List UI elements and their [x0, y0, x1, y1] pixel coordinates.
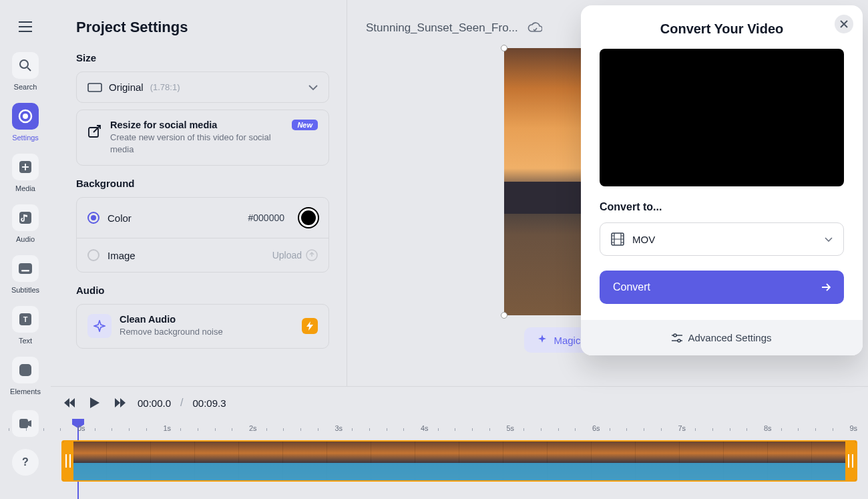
- chevron-down-icon: [825, 237, 833, 242]
- wand-icon: [536, 334, 548, 346]
- convert-label: Convert: [613, 281, 650, 293]
- svg-text:T: T: [23, 315, 28, 323]
- svg-rect-9: [19, 364, 31, 376]
- ruler-mark: 4s: [421, 424, 429, 432]
- ruler-mark: 8s: [764, 424, 772, 432]
- svg-rect-4: [19, 212, 31, 224]
- sidebar-item-label: Text: [19, 337, 32, 345]
- upload-label: Upload: [272, 250, 302, 261]
- sidebar-item-audio[interactable]: Audio: [12, 204, 39, 243]
- current-time: 00:00.0: [138, 397, 171, 409]
- background-section-label: Background: [76, 178, 329, 189]
- svg-point-2: [23, 114, 28, 119]
- film-icon: [611, 232, 624, 246]
- arrow-right-icon: [821, 283, 831, 291]
- ruler-mark: 6s: [592, 424, 600, 432]
- video-clip[interactable]: [61, 440, 857, 482]
- svg-rect-6: [21, 270, 29, 272]
- total-time: 00:09.3: [193, 397, 226, 409]
- elements-icon: [19, 364, 31, 376]
- size-value: Original: [109, 81, 144, 93]
- sidebar-item-settings[interactable]: Settings: [12, 103, 39, 142]
- rewind-button[interactable]: [61, 395, 77, 411]
- svg-rect-5: [19, 263, 32, 274]
- search-icon: [19, 59, 32, 72]
- convert-to-label: Convert to...: [600, 201, 844, 213]
- ruler-mark: 0s: [77, 424, 85, 432]
- timeline-ruler[interactable]: 0s1s2s3s4s5s6s7s8s9s: [61, 422, 857, 438]
- subtitles-icon: [19, 263, 32, 274]
- convert-modal: Convert Your Video Convert to... MOV Con…: [581, 5, 863, 355]
- sidebar-item-subtitles[interactable]: Subtitles: [11, 255, 39, 294]
- resize-handle-bl[interactable]: [501, 312, 507, 319]
- ruler-mark: 3s: [335, 424, 343, 432]
- sidebar-item-elements[interactable]: Elements: [10, 357, 41, 395]
- aspect-icon: [87, 83, 102, 92]
- resize-social-card[interactable]: Resize for social media Create new versi…: [76, 110, 329, 166]
- new-badge: New: [292, 120, 318, 130]
- ruler-mark: 2s: [249, 424, 257, 432]
- background-color-option[interactable]: Color #000000: [77, 198, 329, 238]
- resize-title: Resize for social media: [110, 120, 217, 130]
- hamburger-icon: [19, 21, 32, 32]
- ruler-mark: 9s: [849, 424, 857, 432]
- sidebar-item-record[interactable]: [12, 410, 39, 437]
- convert-button[interactable]: Convert: [600, 271, 844, 304]
- size-ratio: (1.78:1): [150, 82, 180, 92]
- close-icon: [840, 20, 848, 28]
- plus-icon: [19, 161, 31, 173]
- svg-point-17: [674, 334, 676, 337]
- cloud-icon[interactable]: [527, 22, 542, 34]
- background-radio-group: Color #000000 Image Upload: [76, 197, 329, 273]
- play-button[interactable]: [87, 395, 103, 411]
- modal-preview: [600, 49, 844, 186]
- background-image-option[interactable]: Image Upload: [77, 238, 329, 272]
- color-label: Color: [107, 212, 132, 224]
- settings-icon: [18, 109, 33, 124]
- ruler-mark: 1s: [163, 424, 171, 432]
- filename: Stunning_Sunset_Seen_Fro...: [366, 21, 518, 35]
- forward-button[interactable]: [112, 395, 128, 411]
- svg-rect-10: [19, 419, 28, 428]
- chevron-down-icon: [308, 85, 318, 90]
- settings-panel: Project Settings Size Original (1.78:1) …: [59, 0, 347, 386]
- time-separator: /: [180, 397, 183, 409]
- svg-rect-11: [88, 84, 101, 92]
- size-dropdown[interactable]: Original (1.78:1): [76, 71, 329, 103]
- clip-handle-right[interactable]: [845, 442, 856, 480]
- advanced-label: Advanced Settings: [688, 332, 771, 343]
- sidebar-item-label: Media: [15, 184, 35, 192]
- clean-audio-title: Clean Audio: [120, 314, 176, 325]
- svg-point-0: [20, 60, 28, 68]
- sidebar-item-help[interactable]: ?: [12, 449, 39, 476]
- color-hex-value: #000000: [248, 212, 284, 223]
- lightning-icon: [302, 318, 318, 334]
- menu-button[interactable]: [12, 13, 39, 40]
- sidebar-item-label: Audio: [16, 235, 35, 243]
- sidebar-item-media[interactable]: Media: [12, 154, 39, 192]
- radio-selected-icon: [87, 212, 99, 224]
- advanced-settings-button[interactable]: Advanced Settings: [581, 320, 863, 355]
- resize-handle-tl[interactable]: [501, 45, 507, 51]
- sidebar-item-label: Search: [14, 83, 37, 91]
- sidebar: Search Settings Media Audio Subtitles T …: [0, 0, 51, 499]
- timeline: 00:00.0 / 00:09.3 0s1s2s3s4s5s6s7s8s9s: [51, 386, 868, 499]
- audio-icon: [19, 212, 31, 224]
- clip-handle-left[interactable]: [63, 442, 73, 480]
- help-icon: ?: [22, 456, 29, 468]
- sidebar-item-label: Subtitles: [11, 286, 39, 294]
- color-swatch[interactable]: [299, 208, 318, 227]
- sidebar-item-text[interactable]: T Text: [12, 306, 39, 345]
- resize-subtitle: Create new version of this video for soc…: [110, 132, 284, 156]
- sidebar-item-search[interactable]: Search: [12, 52, 39, 91]
- sliders-icon: [672, 333, 682, 343]
- clean-audio-card[interactable]: Clean Audio Remove background noise: [76, 304, 329, 348]
- size-section-label: Size: [76, 52, 329, 63]
- format-select[interactable]: MOV: [600, 222, 844, 256]
- close-button[interactable]: [835, 15, 853, 33]
- clean-audio-sub: Remove background noise: [120, 326, 294, 338]
- image-label: Image: [107, 250, 136, 261]
- ruler-mark: 7s: [678, 424, 686, 432]
- external-link-icon: [87, 124, 102, 138]
- camera-icon: [19, 419, 31, 428]
